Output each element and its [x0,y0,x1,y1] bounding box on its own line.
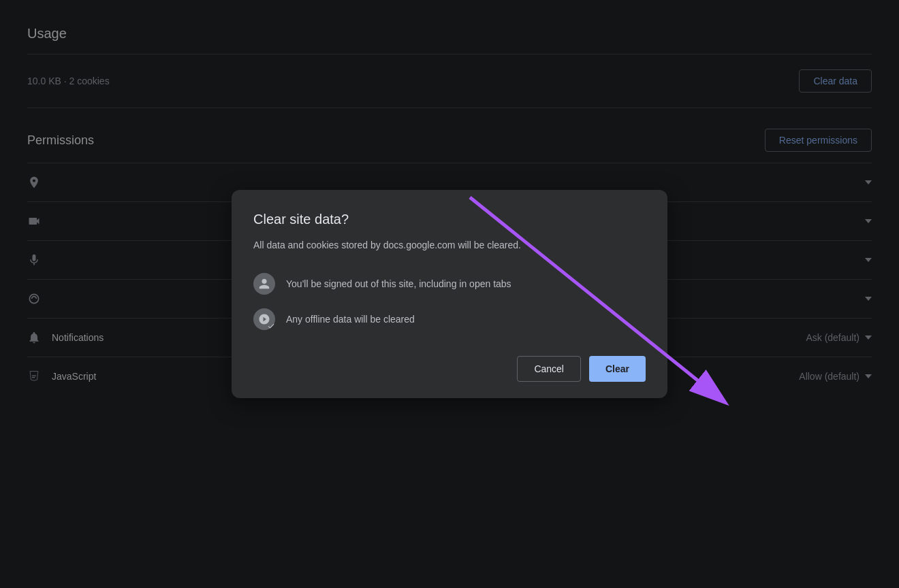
person-icon [253,273,275,295]
cancel-button[interactable]: Cancel [517,356,581,382]
clear-button[interactable]: Clear [589,356,646,382]
dialog-item-offline: Any offline data will be cleared [253,301,646,337]
dialog-title: Clear site data? [253,212,646,227]
dialog-items-list: You'll be signed out of this site, inclu… [253,266,646,337]
clear-site-data-dialog: Clear site data? All data and cookies st… [232,190,667,398]
dialog-item-signout: You'll be signed out of this site, inclu… [253,266,646,301]
dialog-overlay: Clear site data? All data and cookies st… [0,0,899,588]
offline-icon [253,308,275,330]
signout-text: You'll be signed out of this site, inclu… [286,277,511,291]
offline-text: Any offline data will be cleared [286,312,415,327]
dialog-description: All data and cookies stored by docs.goog… [253,238,646,252]
dialog-actions: Cancel Clear [253,356,646,382]
